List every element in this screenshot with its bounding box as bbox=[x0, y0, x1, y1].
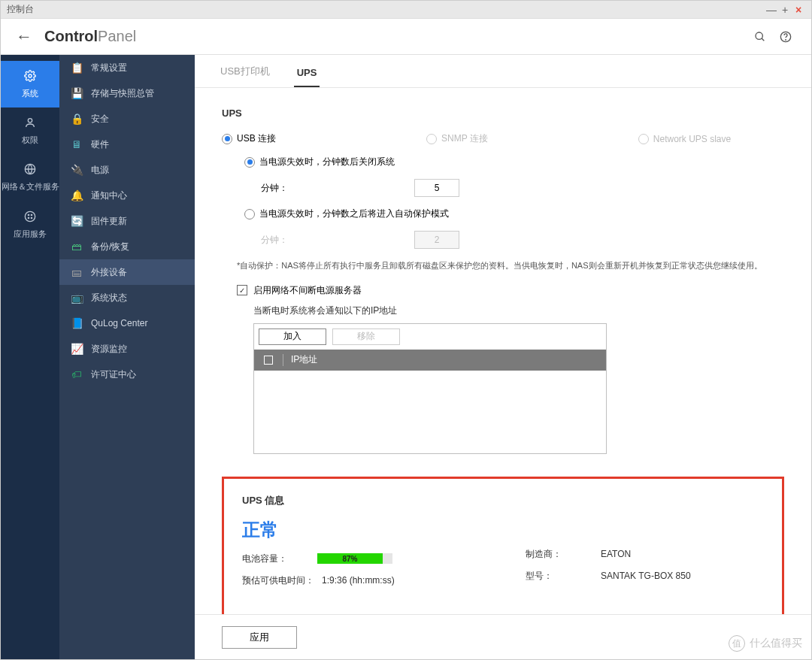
lock-icon: 🔒 bbox=[70, 112, 83, 126]
plug-icon: 🔌 bbox=[70, 163, 83, 177]
radio-usb[interactable]: USB 连接 bbox=[222, 132, 276, 145]
window-minimize-button[interactable]: — bbox=[765, 4, 778, 16]
sidebar-item-8[interactable]: 🖴外接设备 bbox=[59, 259, 195, 285]
radio-protect[interactable]: 当电源失效时，分钟数之后将进入自动保护模式 bbox=[244, 207, 449, 220]
table-header: IP地址 bbox=[254, 350, 606, 371]
battery-bar: 87% bbox=[317, 553, 392, 564]
th-ip: IP地址 bbox=[283, 353, 317, 366]
radio-snmp: SNMP 连接 bbox=[426, 132, 488, 145]
search-icon[interactable] bbox=[750, 26, 771, 47]
sidebar-item-label: 许可证中心 bbox=[91, 368, 136, 381]
gear-icon bbox=[24, 68, 36, 86]
svg-point-7 bbox=[25, 211, 35, 221]
sidebar-item-label: 存储与快照总管 bbox=[91, 87, 154, 100]
battery-fill: 87% bbox=[317, 553, 383, 564]
minutes-row: 分钟： bbox=[261, 179, 784, 197]
auto-protect-note: *自动保护：NAS将停止所有执行中服务且卸载所有磁盘区来保护您的资料。当供电恢复… bbox=[237, 259, 784, 272]
ups-info-box: UPS 信息 正常 电池容量： 87% 预估可供电时间： bbox=[222, 477, 784, 615]
ip-description: 当断电时系统将会通知以下的IP地址 bbox=[253, 304, 784, 317]
radio-slave: Network UPS slave bbox=[638, 134, 731, 144]
bell-icon: 🔔 bbox=[70, 189, 83, 202]
sidebar-item-1[interactable]: 💾存储与快照总管 bbox=[59, 80, 195, 106]
sidebar-item-6[interactable]: 🔄固件更新 bbox=[59, 208, 195, 234]
content: USB打印机 UPS UPS USB 连接 SNMP 连接 bbox=[195, 55, 811, 659]
add-button[interactable]: 加入 bbox=[259, 328, 326, 345]
enable-server-row[interactable]: 启用网络不间断电源服务器 bbox=[237, 284, 784, 297]
sidebar-item-9[interactable]: 📺系统状态 bbox=[59, 285, 195, 310]
svg-point-11 bbox=[31, 217, 32, 218]
grid-icon bbox=[24, 209, 36, 226]
battery-row: 电池容量： 87% bbox=[242, 553, 480, 565]
device-icon: 🖥 bbox=[70, 138, 83, 151]
footer: 应用 bbox=[195, 614, 811, 659]
sidebar-item-label: 备份/恢复 bbox=[91, 241, 129, 253]
remove-button: 移除 bbox=[332, 328, 400, 345]
sidebar-item-12[interactable]: 🏷许可证中心 bbox=[59, 362, 195, 387]
tabs: USB打印机 UPS bbox=[195, 55, 811, 88]
nav-system[interactable]: 系统 bbox=[1, 61, 59, 107]
sidebar-item-10[interactable]: 📘QuLog Center bbox=[59, 310, 195, 336]
svg-point-9 bbox=[31, 214, 32, 215]
sidebar-item-label: QuLog Center bbox=[91, 318, 147, 328]
window-titlebar: 控制台 — + × bbox=[1, 1, 811, 19]
sidebar-item-5[interactable]: 🔔通知中心 bbox=[59, 183, 195, 208]
sidebar-item-label: 硬件 bbox=[91, 138, 109, 151]
radio-bullet-icon bbox=[244, 157, 255, 168]
minutes-input[interactable] bbox=[414, 179, 459, 197]
sidebar-item-0[interactable]: 📋常规设置 bbox=[59, 55, 195, 80]
nav-permissions[interactable]: 权限 bbox=[1, 107, 59, 154]
update-icon: 🔄 bbox=[70, 214, 83, 228]
radio-shutdown[interactable]: 当电源失效时，分钟数后关闭系统 bbox=[244, 156, 395, 168]
svg-point-0 bbox=[756, 32, 762, 39]
license-icon: 🏷 bbox=[70, 368, 83, 381]
watermark-icon: 值 bbox=[729, 635, 745, 652]
sidebar-item-4[interactable]: 🔌电源 bbox=[59, 157, 195, 183]
nav-apps[interactable]: 应用服务 bbox=[1, 201, 59, 248]
log-icon: 📘 bbox=[70, 316, 83, 330]
sidebar-item-label: 电源 bbox=[91, 164, 109, 177]
sidebar-item-label: 外接设备 bbox=[91, 266, 127, 279]
user-icon bbox=[24, 115, 36, 132]
nav-network[interactable]: 网络＆文件服务 bbox=[1, 154, 59, 201]
sidebar-item-3[interactable]: 🖥硬件 bbox=[59, 132, 195, 157]
model-row: 型号： SANTAK TG-BOX 850 bbox=[526, 570, 764, 583]
minutes-row-disabled: 分钟： bbox=[261, 231, 784, 249]
disk-icon: 💾 bbox=[70, 86, 83, 100]
svg-point-10 bbox=[28, 217, 29, 218]
checkbox-icon[interactable] bbox=[237, 285, 247, 295]
minutes-label: 分钟： bbox=[261, 182, 288, 195]
svg-point-8 bbox=[28, 214, 29, 215]
tab-usb-printer[interactable]: USB打印机 bbox=[217, 65, 273, 87]
sidebar-item-11[interactable]: 📈资源监控 bbox=[59, 336, 195, 362]
scroll-area[interactable]: UPS USB 连接 SNMP 连接 Network UPS slave bbox=[195, 88, 811, 614]
app-window: 控制台 — + × ← ControlPanel 系统 bbox=[0, 0, 812, 660]
ups-status: 正常 bbox=[242, 518, 480, 542]
runtime-row: 预估可供电时间： 1:9:36 (hh:mm:ss) bbox=[242, 574, 480, 587]
minutes-input-disabled bbox=[414, 231, 459, 249]
protect-row: 当电源失效时，分钟数之后将进入自动保护模式 bbox=[244, 207, 784, 220]
radio-bullet-icon bbox=[244, 209, 255, 219]
help-icon[interactable] bbox=[775, 26, 796, 47]
svg-point-4 bbox=[29, 74, 32, 77]
header: ← ControlPanel bbox=[1, 19, 811, 55]
back-button[interactable]: ← bbox=[16, 27, 32, 47]
sidebar-item-7[interactable]: 🗃备份/恢复 bbox=[59, 234, 195, 259]
ups-info-title: UPS 信息 bbox=[242, 494, 764, 507]
sidebar-item-2[interactable]: 🔒安全 bbox=[59, 106, 195, 132]
monitor-icon: 📺 bbox=[70, 291, 83, 304]
apply-button[interactable]: 应用 bbox=[222, 626, 297, 649]
tab-ups[interactable]: UPS bbox=[294, 67, 320, 87]
sidebar-item-label: 系统状态 bbox=[91, 292, 127, 304]
svg-point-3 bbox=[786, 39, 786, 40]
svg-point-5 bbox=[28, 119, 32, 123]
page-title: ControlPanel bbox=[44, 28, 136, 45]
minutes-label: 分钟： bbox=[261, 234, 288, 247]
maker-row: 制造商： EATON bbox=[526, 548, 764, 561]
shutdown-row: 当电源失效时，分钟数后关闭系统 bbox=[244, 156, 784, 168]
header-checkbox[interactable] bbox=[254, 356, 283, 365]
sidebar: 📋常规设置💾存储与快照总管🔒安全🖥硬件🔌电源🔔通知中心🔄固件更新🗃备份/恢复🖴外… bbox=[59, 55, 195, 659]
sidebar-item-label: 通知中心 bbox=[91, 189, 127, 202]
chart-icon: 📈 bbox=[70, 342, 83, 356]
window-maximize-button[interactable]: + bbox=[778, 4, 792, 16]
window-close-button[interactable]: × bbox=[792, 4, 805, 16]
